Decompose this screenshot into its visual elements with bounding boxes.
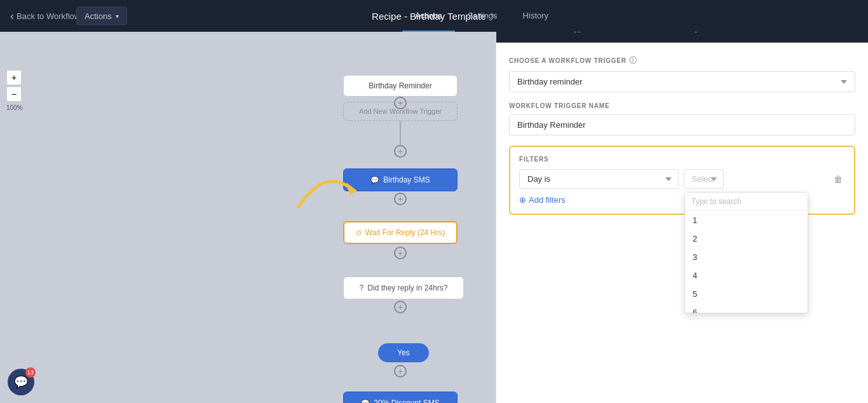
filter-row: Day is Select 1 2 3 4 5 [519,169,845,189]
node-question[interactable]: ? Did they reply in 24hrs? [343,277,464,299]
trigger-select[interactable]: Birthday reminder [509,71,855,92]
dropdown-item-3[interactable]: 3 [685,248,808,266]
connector-6[interactable]: + [394,365,407,378]
node-yes-label: Yes [397,348,410,357]
node-wait-reply[interactable]: ⊙ Wait For Reply (24 Hrs) [343,221,458,244]
chat-icon: 💬 [14,375,28,389]
canvas-area: + − 100% Birthday Reminder + Add New Wor… [0,32,496,403]
choose-trigger-label: CHOOSE A WORKFLOW TRIGGER ⓘ [509,55,855,66]
svg-marker-0 [346,182,357,195]
tab-history[interactable]: History [510,0,561,32]
node-discount-label: 20% Discount SMS [374,399,439,403]
search-input[interactable] [685,193,808,211]
zoom-level: 100% [6,104,23,111]
top-nav: Back to Workflows Recipe - Birthday Temp… [0,0,868,32]
tab-settings[interactable]: Settings [455,0,510,32]
node-question-label: Did they reply in 24hrs? [367,283,447,292]
workflow-nodes: Birthday Reminder + Add New Workflow Tri… [0,32,496,403]
dropdown-item-4[interactable]: 4 [685,266,808,285]
dropdown-item-5[interactable]: 5 [685,285,808,303]
node-discount-sms[interactable]: 💬 20% Discount SMS [343,392,458,403]
arrow-annotation [286,156,362,207]
add-filters-label: Add filters [529,195,566,205]
node-add-trigger[interactable]: Add New Workflow Trigger [343,102,458,121]
question-icon: ? [360,283,364,292]
filters-label: FILTERS [519,156,845,163]
filters-section: FILTERS Day is Select 1 2 3 [509,146,855,215]
dropdown-item-2[interactable]: 2 [685,229,808,248]
sms-icon: 💬 [370,176,379,184]
node-birthday-reminder[interactable]: Birthday Reminder [343,75,458,97]
dropdown-item-6[interactable]: 6 [685,303,808,313]
chat-badge-count: 13 [25,367,36,378]
filter-value-select[interactable]: Select [684,169,724,189]
zoom-controls: + − 100% [6,70,23,111]
trigger-name-input[interactable] [509,114,855,135]
dropdown-popup: 1 2 3 4 5 6 7 [684,192,808,313]
wait-icon: ⊙ [356,229,362,237]
filter-delete-button[interactable]: 🗑 [831,172,845,187]
chat-badge[interactable]: 💬 13 [8,369,34,395]
tab-actions[interactable]: Actions [402,0,455,32]
filter-condition-select[interactable]: Day is [519,169,679,189]
discount-sms-icon: 💬 [361,399,370,404]
node-add-trigger-label: Add New Workflow Trigger [359,107,442,115]
node-yes[interactable]: Yes [378,343,429,362]
add-icon: ⊕ [519,195,526,205]
node-wait-label: Wait For Reply (24 Hrs) [365,228,445,237]
connector-4[interactable]: + [394,247,407,259]
help-icon: ⓘ [629,55,637,66]
back-button[interactable]: Back to Workflows [10,10,85,23]
dropdown-item-1[interactable]: 1 [685,211,808,229]
node-sms-label: Birthday SMS [383,175,430,184]
choose-trigger-label-text: CHOOSE A WORKFLOW TRIGGER [509,57,627,64]
zoom-out-button[interactable]: − [6,86,22,102]
actions-button[interactable]: Actions [76,7,127,25]
panel-body: CHOOSE A WORKFLOW TRIGGER ⓘ Birthday rem… [496,43,868,395]
tab-bar: Actions Settings History [402,0,561,32]
connector-line-1 [400,121,401,146]
trigger-name-label: WORKFLOW TRIGGER NAME [509,102,855,109]
zoom-in-button[interactable]: + [6,70,22,85]
filter-value-container: Select 1 2 3 4 5 6 7 [684,169,827,189]
connector-3[interactable]: + [394,193,407,205]
right-panel: Workflow Trigger Adds a workflow trigger… [496,0,868,403]
node-birthday-reminder-label: Birthday Reminder [369,81,431,90]
dropdown-list: 1 2 3 4 5 6 7 [685,211,808,313]
connector-5[interactable]: + [394,301,407,313]
connector-2[interactable]: + [394,145,407,158]
